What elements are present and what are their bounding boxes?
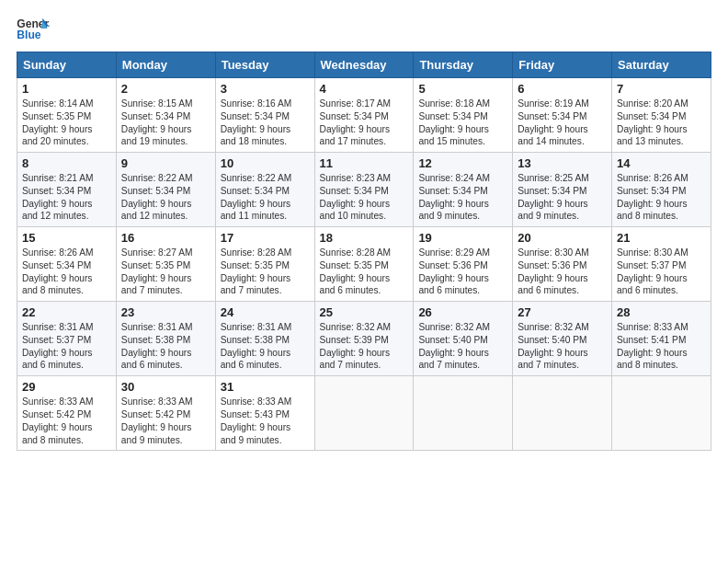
day-info: Sunrise: 8:16 AM Sunset: 5:34 PM Dayligh… bbox=[221, 98, 310, 148]
calendar-header-thursday: Thursday bbox=[414, 52, 513, 78]
calendar-cell: 8Sunrise: 8:21 AM Sunset: 5:34 PM Daylig… bbox=[17, 153, 117, 227]
day-info: Sunrise: 8:23 AM Sunset: 5:34 PM Dayligh… bbox=[320, 172, 409, 223]
day-info: Sunrise: 8:27 AM Sunset: 5:35 PM Dayligh… bbox=[121, 247, 210, 297]
day-info: Sunrise: 8:31 AM Sunset: 5:38 PM Dayligh… bbox=[121, 321, 210, 372]
day-number: 10 bbox=[221, 156, 310, 170]
day-number: 30 bbox=[121, 380, 210, 394]
calendar-cell bbox=[314, 376, 414, 451]
day-info: Sunrise: 8:32 AM Sunset: 5:40 PM Dayligh… bbox=[418, 321, 507, 372]
calendar-cell: 29Sunrise: 8:33 AM Sunset: 5:42 PM Dayli… bbox=[17, 376, 117, 451]
day-number: 13 bbox=[518, 156, 607, 170]
logo: General Blue bbox=[17, 17, 50, 42]
day-number: 20 bbox=[518, 231, 607, 245]
day-info: Sunrise: 8:33 AM Sunset: 5:41 PM Dayligh… bbox=[617, 321, 706, 372]
day-number: 23 bbox=[121, 305, 210, 319]
day-number: 31 bbox=[221, 380, 310, 394]
calendar-header-wednesday: Wednesday bbox=[314, 52, 414, 78]
calendar-table: SundayMondayTuesdayWednesdayThursdayFrid… bbox=[17, 52, 711, 451]
calendar-cell bbox=[513, 376, 612, 451]
day-info: Sunrise: 8:15 AM Sunset: 5:34 PM Dayligh… bbox=[121, 98, 210, 148]
day-number: 16 bbox=[121, 231, 210, 245]
calendar-week-row: 22Sunrise: 8:31 AM Sunset: 5:37 PM Dayli… bbox=[17, 302, 711, 376]
day-info: Sunrise: 8:32 AM Sunset: 5:40 PM Dayligh… bbox=[518, 321, 607, 372]
day-number: 9 bbox=[121, 156, 210, 170]
calendar-week-row: 29Sunrise: 8:33 AM Sunset: 5:42 PM Dayli… bbox=[17, 376, 711, 451]
day-info: Sunrise: 8:29 AM Sunset: 5:36 PM Dayligh… bbox=[418, 247, 507, 297]
calendar-week-row: 8Sunrise: 8:21 AM Sunset: 5:34 PM Daylig… bbox=[17, 153, 711, 227]
calendar-header-tuesday: Tuesday bbox=[215, 52, 314, 78]
day-number: 8 bbox=[22, 156, 111, 170]
calendar-cell: 18Sunrise: 8:28 AM Sunset: 5:35 PM Dayli… bbox=[314, 227, 414, 302]
day-number: 19 bbox=[418, 231, 507, 245]
calendar-cell: 2Sunrise: 8:15 AM Sunset: 5:34 PM Daylig… bbox=[116, 78, 215, 153]
day-number: 26 bbox=[418, 305, 507, 319]
day-number: 7 bbox=[617, 82, 706, 96]
day-info: Sunrise: 8:22 AM Sunset: 5:34 PM Dayligh… bbox=[121, 172, 210, 223]
day-number: 24 bbox=[221, 305, 310, 319]
day-info: Sunrise: 8:21 AM Sunset: 5:34 PM Dayligh… bbox=[22, 172, 111, 223]
day-info: Sunrise: 8:33 AM Sunset: 5:42 PM Dayligh… bbox=[121, 396, 210, 446]
calendar-week-row: 1Sunrise: 8:14 AM Sunset: 5:35 PM Daylig… bbox=[17, 78, 711, 153]
calendar-cell: 25Sunrise: 8:32 AM Sunset: 5:39 PM Dayli… bbox=[314, 302, 414, 376]
page: General Blue SundayMondayTuesdayWednesda… bbox=[0, 0, 728, 563]
calendar-cell bbox=[612, 376, 711, 451]
day-info: Sunrise: 8:28 AM Sunset: 5:35 PM Dayligh… bbox=[320, 247, 409, 297]
day-info: Sunrise: 8:32 AM Sunset: 5:39 PM Dayligh… bbox=[320, 321, 409, 372]
day-number: 12 bbox=[418, 156, 507, 170]
day-info: Sunrise: 8:22 AM Sunset: 5:34 PM Dayligh… bbox=[221, 172, 310, 223]
day-number: 21 bbox=[617, 231, 706, 245]
svg-text:Blue: Blue bbox=[17, 29, 41, 41]
calendar-cell: 5Sunrise: 8:18 AM Sunset: 5:34 PM Daylig… bbox=[414, 78, 513, 153]
day-info: Sunrise: 8:25 AM Sunset: 5:34 PM Dayligh… bbox=[518, 172, 607, 223]
day-info: Sunrise: 8:31 AM Sunset: 5:37 PM Dayligh… bbox=[22, 321, 111, 372]
calendar-cell: 15Sunrise: 8:26 AM Sunset: 5:34 PM Dayli… bbox=[17, 227, 117, 302]
day-number: 4 bbox=[320, 82, 409, 96]
calendar-week-row: 15Sunrise: 8:26 AM Sunset: 5:34 PM Dayli… bbox=[17, 227, 711, 302]
day-info: Sunrise: 8:33 AM Sunset: 5:42 PM Dayligh… bbox=[22, 396, 111, 446]
day-info: Sunrise: 8:30 AM Sunset: 5:37 PM Dayligh… bbox=[617, 247, 706, 297]
calendar-cell: 24Sunrise: 8:31 AM Sunset: 5:38 PM Dayli… bbox=[215, 302, 314, 376]
calendar-cell: 16Sunrise: 8:27 AM Sunset: 5:35 PM Dayli… bbox=[116, 227, 215, 302]
calendar-cell: 3Sunrise: 8:16 AM Sunset: 5:34 PM Daylig… bbox=[215, 78, 314, 153]
day-number: 17 bbox=[221, 231, 310, 245]
calendar-cell: 21Sunrise: 8:30 AM Sunset: 5:37 PM Dayli… bbox=[612, 227, 711, 302]
calendar-cell: 22Sunrise: 8:31 AM Sunset: 5:37 PM Dayli… bbox=[17, 302, 117, 376]
calendar-cell: 28Sunrise: 8:33 AM Sunset: 5:41 PM Dayli… bbox=[612, 302, 711, 376]
day-info: Sunrise: 8:17 AM Sunset: 5:34 PM Dayligh… bbox=[320, 98, 409, 148]
day-number: 15 bbox=[22, 231, 111, 245]
calendar-cell: 4Sunrise: 8:17 AM Sunset: 5:34 PM Daylig… bbox=[314, 78, 414, 153]
calendar-header-friday: Friday bbox=[513, 52, 612, 78]
calendar-cell: 14Sunrise: 8:26 AM Sunset: 5:34 PM Dayli… bbox=[612, 153, 711, 227]
logo-icon: General Blue bbox=[17, 17, 50, 42]
calendar-header-row: SundayMondayTuesdayWednesdayThursdayFrid… bbox=[17, 52, 711, 78]
calendar-cell bbox=[414, 376, 513, 451]
day-number: 22 bbox=[22, 305, 111, 319]
header: General Blue bbox=[17, 17, 711, 42]
day-info: Sunrise: 8:26 AM Sunset: 5:34 PM Dayligh… bbox=[22, 247, 111, 297]
day-info: Sunrise: 8:19 AM Sunset: 5:34 PM Dayligh… bbox=[518, 98, 607, 148]
calendar-cell: 7Sunrise: 8:20 AM Sunset: 5:34 PM Daylig… bbox=[612, 78, 711, 153]
calendar-cell: 1Sunrise: 8:14 AM Sunset: 5:35 PM Daylig… bbox=[17, 78, 117, 153]
calendar-header-monday: Monday bbox=[116, 52, 215, 78]
calendar-cell: 19Sunrise: 8:29 AM Sunset: 5:36 PM Dayli… bbox=[414, 227, 513, 302]
calendar-cell: 9Sunrise: 8:22 AM Sunset: 5:34 PM Daylig… bbox=[116, 153, 215, 227]
day-info: Sunrise: 8:33 AM Sunset: 5:43 PM Dayligh… bbox=[221, 396, 310, 446]
calendar-cell: 6Sunrise: 8:19 AM Sunset: 5:34 PM Daylig… bbox=[513, 78, 612, 153]
day-info: Sunrise: 8:24 AM Sunset: 5:34 PM Dayligh… bbox=[418, 172, 507, 223]
calendar-cell: 12Sunrise: 8:24 AM Sunset: 5:34 PM Dayli… bbox=[414, 153, 513, 227]
day-number: 5 bbox=[418, 82, 507, 96]
day-number: 28 bbox=[617, 305, 706, 319]
day-number: 14 bbox=[617, 156, 706, 170]
calendar-cell: 10Sunrise: 8:22 AM Sunset: 5:34 PM Dayli… bbox=[215, 153, 314, 227]
day-number: 2 bbox=[121, 82, 210, 96]
calendar-cell: 23Sunrise: 8:31 AM Sunset: 5:38 PM Dayli… bbox=[116, 302, 215, 376]
day-number: 6 bbox=[518, 82, 607, 96]
day-number: 1 bbox=[22, 82, 111, 96]
calendar-cell: 26Sunrise: 8:32 AM Sunset: 5:40 PM Dayli… bbox=[414, 302, 513, 376]
day-info: Sunrise: 8:28 AM Sunset: 5:35 PM Dayligh… bbox=[221, 247, 310, 297]
calendar-cell: 20Sunrise: 8:30 AM Sunset: 5:36 PM Dayli… bbox=[513, 227, 612, 302]
day-info: Sunrise: 8:31 AM Sunset: 5:38 PM Dayligh… bbox=[221, 321, 310, 372]
day-info: Sunrise: 8:30 AM Sunset: 5:36 PM Dayligh… bbox=[518, 247, 607, 297]
calendar-cell: 13Sunrise: 8:25 AM Sunset: 5:34 PM Dayli… bbox=[513, 153, 612, 227]
calendar-cell: 31Sunrise: 8:33 AM Sunset: 5:43 PM Dayli… bbox=[215, 376, 314, 451]
